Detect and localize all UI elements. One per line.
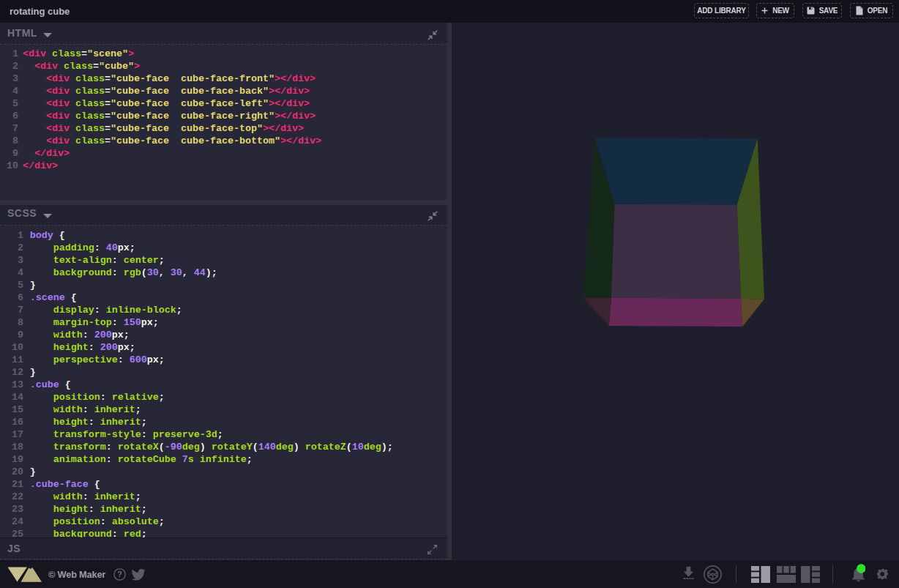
svg-text:?: ?: [117, 570, 122, 578]
